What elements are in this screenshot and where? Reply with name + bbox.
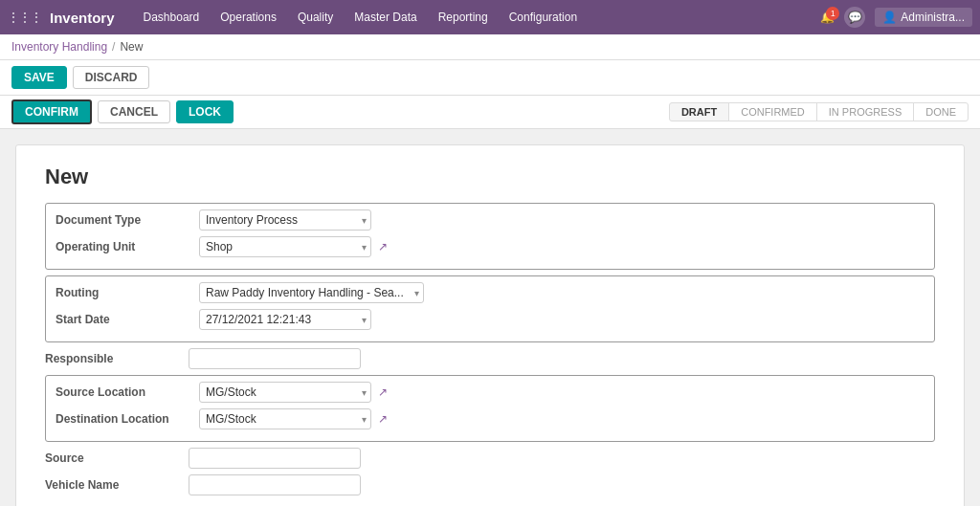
breadcrumb-separator: / xyxy=(112,40,115,54)
document-type-value: Inventory Process xyxy=(199,209,371,231)
cancel-button[interactable]: CANCEL xyxy=(98,100,170,123)
destination-location-label: Destination Location xyxy=(56,412,199,426)
source-location-label: Source Location xyxy=(56,385,199,399)
destination-location-value: MG/Stock ↗ xyxy=(199,408,388,429)
start-date-label: Start Date xyxy=(56,313,199,326)
document-type-label: Document Type xyxy=(56,213,199,227)
source-location-value: MG/Stock ↗ xyxy=(199,382,388,403)
operating-unit-ext-link-icon[interactable]: ↗ xyxy=(378,240,388,253)
status-in-progress[interactable]: IN PROGRESS xyxy=(816,102,914,121)
chat-icon[interactable]: 💬 xyxy=(844,7,865,28)
action-bar-top: SAVE DISCARD xyxy=(0,60,980,96)
status-confirmed[interactable]: CONFIRMED xyxy=(728,102,817,121)
doc-type-section: Document Type Inventory Process Operatin… xyxy=(45,203,935,270)
breadcrumb-current: New xyxy=(120,40,143,54)
nav-quality[interactable]: Quality xyxy=(288,7,343,28)
responsible-value xyxy=(189,348,361,369)
responsible-input[interactable] xyxy=(189,348,361,369)
location-section: Source Location MG/Stock ↗ Destination L… xyxy=(45,375,935,442)
breadcrumb-parent[interactable]: Inventory Handling xyxy=(11,40,107,54)
nav-operations[interactable]: Operations xyxy=(211,7,286,28)
app-grid-icon[interactable]: ⋮⋮⋮ xyxy=(8,11,42,24)
destination-location-select[interactable]: MG/Stock xyxy=(199,408,371,429)
routing-value: Raw Paddy Inventory Handling - Sea... xyxy=(199,282,424,303)
operating-unit-group: Operating Unit Shop ↗ xyxy=(56,236,924,257)
breadcrumb: Inventory Handling / New xyxy=(0,34,980,60)
source-location-select-wrapper[interactable]: MG/Stock xyxy=(199,382,371,403)
routing-select-wrapper[interactable]: Raw Paddy Inventory Handling - Sea... xyxy=(199,282,424,303)
destination-location-group: Destination Location MG/Stock ↗ xyxy=(56,408,924,429)
main-content: New Document Type Inventory Process Oper… xyxy=(0,129,980,506)
lock-button[interactable]: LOCK xyxy=(176,100,234,123)
destination-location-select-wrapper[interactable]: MG/Stock xyxy=(199,408,371,429)
nav-right-area: 🔔 1 💬 👤 Administra... xyxy=(820,7,972,28)
confirm-button[interactable]: CONFIRM xyxy=(11,99,92,124)
operating-unit-select-wrapper[interactable]: Shop xyxy=(199,236,371,257)
destination-location-ext-link-icon[interactable]: ↗ xyxy=(378,412,388,426)
source-location-ext-link-icon[interactable]: ↗ xyxy=(378,385,388,399)
form-card: New Document Type Inventory Process Oper… xyxy=(15,144,965,506)
nav-reporting[interactable]: Reporting xyxy=(429,7,498,28)
operating-unit-value: Shop ↗ xyxy=(199,236,388,257)
status-done[interactable]: DONE xyxy=(913,102,969,121)
source-location-select[interactable]: MG/Stock xyxy=(199,382,371,403)
nav-configuration[interactable]: Configuration xyxy=(500,7,587,28)
document-type-group: Document Type Inventory Process xyxy=(56,209,924,231)
start-date-select[interactable]: 27/12/2021 12:21:43 xyxy=(199,309,371,330)
discard-button[interactable]: DISCARD xyxy=(73,66,150,89)
action-bar-bottom: CONFIRM CANCEL LOCK DRAFT CONFIRMED IN P… xyxy=(0,96,980,129)
responsible-label: Responsible xyxy=(45,352,189,365)
operating-unit-label: Operating Unit xyxy=(56,240,199,253)
start-date-value: 27/12/2021 12:21:43 xyxy=(199,309,371,330)
vehicle-name-label: Vehicle Name xyxy=(45,478,189,492)
source-label: Source xyxy=(45,451,189,465)
vehicle-name-input[interactable] xyxy=(189,474,361,495)
user-label: Administra... xyxy=(901,11,965,24)
operating-unit-select[interactable]: Shop xyxy=(199,236,371,257)
document-type-select[interactable]: Inventory Process xyxy=(199,209,371,231)
nav-dashboard[interactable]: Dashboard xyxy=(134,7,210,28)
source-location-group: Source Location MG/Stock ↗ xyxy=(56,382,924,403)
source-input[interactable] xyxy=(189,448,361,469)
top-navigation: ⋮⋮⋮ Inventory Dashboard Operations Quali… xyxy=(0,0,980,34)
notification-count: 1 xyxy=(826,7,839,20)
routing-label: Routing xyxy=(56,286,199,299)
vehicle-name-group: Vehicle Name xyxy=(45,474,935,495)
save-button[interactable]: SAVE xyxy=(11,66,67,89)
form-title: New xyxy=(45,165,935,189)
nav-master-data[interactable]: Master Data xyxy=(345,7,426,28)
start-date-select-wrapper[interactable]: 27/12/2021 12:21:43 xyxy=(199,309,371,330)
routing-section: Routing Raw Paddy Inventory Handling - S… xyxy=(45,275,935,342)
app-title: Inventory xyxy=(50,10,115,26)
notification-bell[interactable]: 🔔 1 xyxy=(820,11,835,24)
routing-group: Routing Raw Paddy Inventory Handling - S… xyxy=(56,282,924,303)
status-draft[interactable]: DRAFT xyxy=(669,102,729,121)
source-group: Source xyxy=(45,448,935,469)
status-bar: DRAFT CONFIRMED IN PROGRESS DONE xyxy=(670,102,969,121)
start-date-group: Start Date 27/12/2021 12:21:43 xyxy=(56,309,924,330)
user-avatar: 👤 xyxy=(882,11,897,24)
nav-menu: Dashboard Operations Quality Master Data… xyxy=(134,7,821,28)
user-menu[interactable]: 👤 Administra... xyxy=(875,8,972,27)
responsible-group: Responsible xyxy=(45,348,935,369)
document-type-select-wrapper[interactable]: Inventory Process xyxy=(199,209,371,231)
routing-select[interactable]: Raw Paddy Inventory Handling - Sea... xyxy=(199,282,424,303)
